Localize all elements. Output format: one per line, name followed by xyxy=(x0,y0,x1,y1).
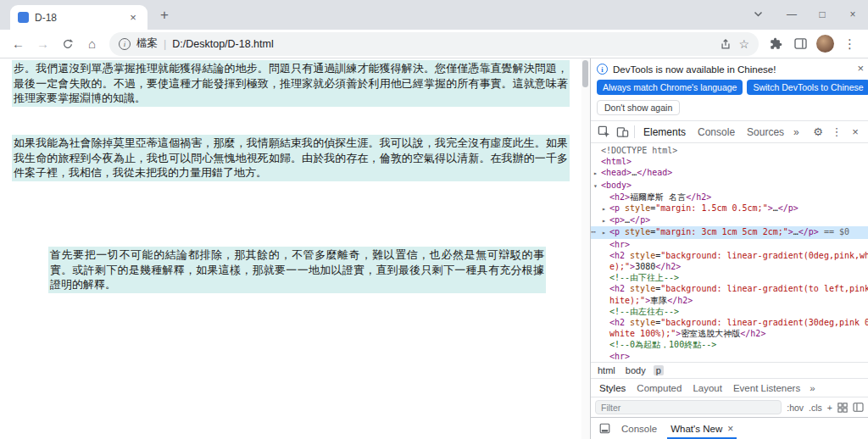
dom-tree-row[interactable]: <h2 style="background: linear-gradient(0… xyxy=(591,250,868,261)
code-token: == $0 xyxy=(819,227,849,236)
more-tabs-icon[interactable]: » xyxy=(790,126,803,138)
expand-arrow-icon[interactable]: ▸ xyxy=(593,168,601,179)
drawer-icon[interactable] xyxy=(595,420,614,438)
minimize-button[interactable]: — xyxy=(776,0,807,29)
tab-sources[interactable]: Sources xyxy=(741,121,790,142)
devtools-menu-icon[interactable]: ⋮ xyxy=(827,123,846,142)
code-token: <body> xyxy=(601,181,632,190)
tab-computed[interactable]: Computed xyxy=(632,383,687,393)
code-token: 福爾摩斯 名言 xyxy=(630,192,686,202)
code-token: style xyxy=(625,251,655,260)
notification-close-icon[interactable]: × xyxy=(857,63,864,74)
switch-devtools-chinese-button[interactable]: Switch DevTools to Chinese xyxy=(747,80,868,95)
browser-tab[interactable]: D-18 × xyxy=(10,5,147,30)
extensions-puzzle-icon[interactable] xyxy=(765,32,787,55)
code-token: </h2> xyxy=(667,296,693,305)
element-classes-button[interactable]: .cls xyxy=(809,403,822,413)
dom-tree: <!DOCTYPE html><html>▸<head>…</head>▾<bo… xyxy=(591,143,868,362)
tab-styles[interactable]: Styles xyxy=(594,383,631,393)
quote-paragraph-1: 步。我們還沒到單憑掌握推理就能獲得結論的地步。問題只有通過訓練才能獲得解決。您僅… xyxy=(12,60,570,107)
dont-show-again-button[interactable]: Don't show again xyxy=(597,100,680,115)
more-sidebar-tabs-icon[interactable]: » xyxy=(806,383,818,393)
dom-tree-row[interactable]: <hr> xyxy=(591,239,868,250)
whats-new-close-icon[interactable]: × xyxy=(727,423,733,435)
forward-icon[interactable]: → xyxy=(31,32,54,55)
page-info-icon[interactable]: i xyxy=(119,38,131,50)
code-token: <p xyxy=(609,203,620,213)
address-url: D:/Desktop/D-18.html xyxy=(172,38,714,50)
tab-layout[interactable]: Layout xyxy=(687,383,727,393)
node-menu-icon[interactable]: ⋯ xyxy=(591,226,595,237)
tab-search-icon[interactable] xyxy=(743,0,773,29)
back-icon[interactable]: ← xyxy=(7,32,30,55)
code-token: <p xyxy=(609,227,620,236)
dom-tree-row[interactable]: ▸<head>…</head> xyxy=(591,167,868,179)
settings-gear-icon[interactable]: ⚙ xyxy=(809,123,827,142)
scrollbar-thumb[interactable] xyxy=(582,60,588,87)
code-token: </h2> xyxy=(740,329,765,338)
dom-tree-row[interactable]: ⋯▸<p style="margin: 3cm 1cm 5cm 2cm;">…<… xyxy=(591,226,868,238)
bookmark-star-icon[interactable]: ☆ xyxy=(738,38,749,50)
page-favicon-icon xyxy=(18,12,29,23)
code-token: <hr> xyxy=(609,352,630,361)
collapse-arrow-icon[interactable]: ▾ xyxy=(593,181,601,192)
home-icon[interactable]: ⌂ xyxy=(81,32,103,55)
dom-tree-row[interactable]: e);">3080</h2> xyxy=(591,261,868,272)
address-bar[interactable]: i 檔案 | D:/Desktop/D-18.html ☆ xyxy=(109,32,759,56)
code-token: <h2 xyxy=(609,318,625,327)
grid-icon[interactable] xyxy=(837,403,848,413)
share-icon[interactable] xyxy=(720,38,732,50)
toggle-element-state-button[interactable]: :hov xyxy=(787,403,804,413)
dom-tree-row[interactable]: ▸<p>…</p> xyxy=(591,214,868,226)
new-tab-button[interactable]: + xyxy=(153,4,175,26)
dom-tree-row[interactable]: <hr> xyxy=(591,351,868,362)
expand-arrow-icon[interactable]: ▸ xyxy=(602,227,609,238)
dom-tree-row[interactable]: <h2>福爾摩斯 名言</h2> xyxy=(591,192,868,203)
dom-tree-row[interactable]: <h2 style="background: linear-gradient(3… xyxy=(591,317,868,328)
page-scrollbar[interactable] xyxy=(581,58,590,439)
dom-tree-row[interactable]: ▸<p style="margin: 1.5cm 0.5cm;">…</p> xyxy=(591,203,868,214)
new-style-rule-button[interactable]: + xyxy=(827,403,832,413)
tab-console[interactable]: Console xyxy=(692,121,741,142)
window-close-button[interactable]: × xyxy=(837,0,868,29)
dom-tree-row[interactable]: <!DOCTYPE html> xyxy=(591,145,868,156)
drawer-tab-console[interactable]: Console xyxy=(615,418,663,439)
styles-filter-input[interactable] xyxy=(595,400,782,414)
quote-paragraph-2: 如果我能為社會除掉莫里亞蒂這個禍害，那麼，我情願結束我的偵探生涯。我可以說，我完… xyxy=(12,135,570,181)
reload-icon[interactable] xyxy=(56,32,79,55)
code-token: "background: linear-gradient(0deg,pink,w… xyxy=(660,251,868,260)
side-panel-icon[interactable] xyxy=(789,32,812,55)
browser-menu-icon[interactable]: ⋮ xyxy=(838,32,861,55)
maximize-button[interactable]: □ xyxy=(807,0,837,29)
dom-tree-row[interactable]: hite);">車隊</h2> xyxy=(591,295,868,306)
devtools-close-icon[interactable]: × xyxy=(846,123,865,142)
code-token: e);" xyxy=(609,262,630,271)
code-token: <h2 xyxy=(609,284,625,293)
dom-tree-row[interactable]: <!--0為起點，100終點--> xyxy=(591,339,868,350)
code-token: <!--由左往右--> xyxy=(609,307,679,316)
divider xyxy=(634,125,635,138)
drawer-tab-whats-new[interactable]: What's New × xyxy=(665,418,739,439)
profile-avatar[interactable] xyxy=(814,32,837,55)
expand-arrow-icon[interactable]: ▸ xyxy=(602,203,609,214)
dom-tree-row[interactable]: white 100%);">密室逃脫大神版</h2> xyxy=(591,328,868,339)
notification-message: DevTools is now available in Chinese! xyxy=(613,64,776,75)
breadcrumb-body[interactable]: body xyxy=(623,365,648,375)
code-token: style xyxy=(620,227,650,236)
dom-tree-row[interactable]: <h2 style="background: linear-gradient(t… xyxy=(591,283,868,294)
dom-tree-row[interactable]: <html> xyxy=(591,156,868,167)
dom-tree-row[interactable]: ▾<body> xyxy=(591,180,868,192)
tab-event-listeners[interactable]: Event Listeners xyxy=(728,383,805,393)
expand-arrow-icon[interactable]: ▸ xyxy=(602,215,609,226)
code-token: 密室逃脫大神版 xyxy=(681,329,740,338)
computed-sidebar-icon[interactable] xyxy=(853,403,864,412)
dom-tree-row[interactable]: <!--由左往右--> xyxy=(591,306,868,317)
tab-close-icon[interactable]: × xyxy=(126,11,140,25)
dom-tree-row[interactable]: <!--由下往上--> xyxy=(591,272,868,283)
breadcrumb-p[interactable]: p xyxy=(654,365,664,375)
breadcrumb-html[interactable]: html xyxy=(595,365,618,375)
inspect-element-icon[interactable] xyxy=(594,123,613,142)
always-match-language-button[interactable]: Always match Chrome's language xyxy=(597,80,743,95)
device-toolbar-icon[interactable] xyxy=(613,123,632,142)
tab-elements[interactable]: Elements xyxy=(637,121,692,142)
